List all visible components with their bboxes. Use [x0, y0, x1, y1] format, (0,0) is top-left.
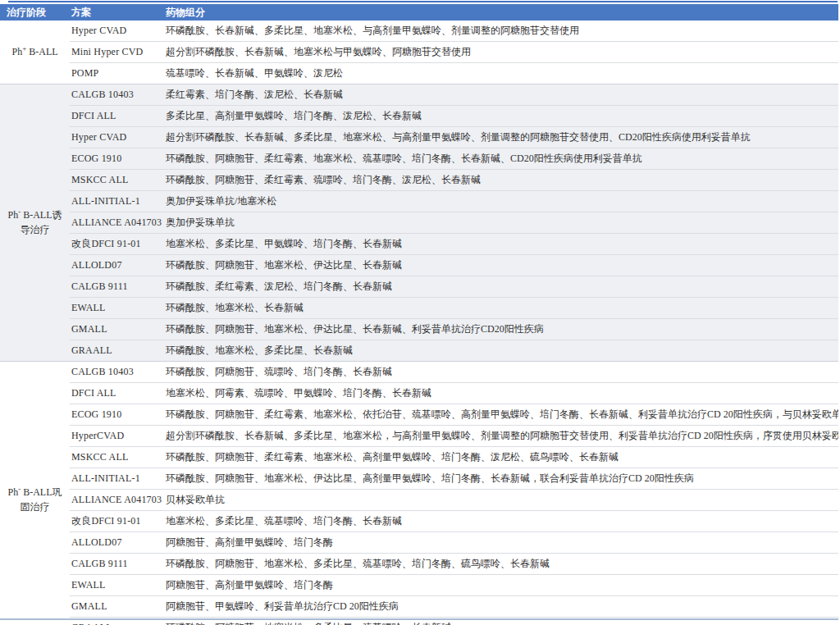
- drugs-cell: 阿糖胞苷、高剂量甲氨蝶呤、培门冬酶: [164, 532, 838, 554]
- regimen-cell: GMALL: [70, 319, 164, 340]
- table-row: Ph+ B-ALLHyper CVAD环磷酰胺、长春新碱、多柔比星、地塞米松、与…: [0, 21, 838, 42]
- col-header-regimen: 方案: [70, 4, 164, 21]
- regimen-cell: Mini Hyper CVD: [70, 42, 164, 63]
- table-row: EWALL阿糖胞苷、高剂量甲氨蝶呤、培门冬酶: [0, 575, 838, 596]
- drugs-cell: 贝林妥欧单抗: [164, 490, 838, 511]
- regimen-cell: ALL-INITIAL-1: [70, 468, 164, 490]
- header-row: 治疗阶段 方案 药物组分: [0, 4, 838, 21]
- drugs-cell: 环磷酰胺、地塞米松、多柔比星、长春新碱: [164, 340, 838, 362]
- regimen-cell: 改良DFCI 91-01: [70, 511, 164, 532]
- drugs-cell: 环磷酰胺、阿糖胞苷、巯嘌呤、培门冬酶、长春新碱: [164, 362, 838, 383]
- table-row: ECOG 1910环磷酰胺、阿糖胞苷、柔红霉素、地塞米松、依托泊苷、巯基嘌呤、高…: [0, 404, 838, 426]
- table-row: 改良DFCI 91-01地塞米松、多柔比星、巯基嘌呤、培门冬酶、长春新碱: [0, 511, 838, 532]
- table-row: Mini Hyper CVD超分割环磷酰胺、长春新碱、地塞米松与甲氨蝶呤、阿糖胞…: [0, 42, 838, 63]
- stage-group: Ph- B-ALL巩固治疗CALGB 10403环磷酰胺、阿糖胞苷、巯嘌呤、培门…: [0, 362, 838, 625]
- drugs-cell: 环磷酰胺、地塞米松、长春新碱: [164, 298, 838, 319]
- stage-cell: Ph+ B-ALL: [0, 21, 70, 84]
- table-row: POMP巯基嘌呤、长春新碱、甲氨蝶呤、泼尼松: [0, 63, 838, 84]
- document-page: 治疗阶段 方案 药物组分 Ph+ B-ALLHyper CVAD环磷酰胺、长春新…: [0, 0, 840, 625]
- regimen-cell: Hyper CVAD: [70, 127, 164, 148]
- table-row: DFCI ALL多柔比星、高剂量甲氨蝶呤、培门冬酶、泼尼松、长春新碱: [0, 106, 838, 127]
- drugs-cell: 阿糖胞苷、高剂量甲氨蝶呤、培门冬酶: [164, 575, 838, 596]
- table-row: CALGB 9111环磷酰胺、阿糖胞苷、地塞米松、多柔比星、巯基嘌呤、培门冬酶、…: [0, 554, 838, 575]
- regimen-cell: CALGB 10403: [70, 84, 164, 106]
- drugs-cell: 环磷酰胺、阿糖胞苷、地塞米松、伊达比星、高剂量甲氨蝶呤、培门冬酶、长春新碱，联合…: [164, 468, 838, 490]
- stage-group: Ph+ B-ALLHyper CVAD环磷酰胺、长春新碱、多柔比星、地塞米松、与…: [0, 21, 838, 84]
- table-row: GRAALL环磷酰胺、地塞米松、多柔比星、长春新碱: [0, 340, 838, 362]
- regimen-cell: ECOG 1910: [70, 404, 164, 426]
- table-row: 改良DFCI 91-01地塞米松、多柔比星、甲氨蝶呤、培门冬酶、长春新碱: [0, 234, 838, 255]
- regimen-cell: 改良DFCI 91-01: [70, 234, 164, 255]
- regimen-cell: ECOG 1910: [70, 148, 164, 170]
- drugs-cell: 环磷酰胺、阿糖胞苷、地塞米松、伊达比星、长春新碱: [164, 255, 838, 276]
- table-row: DFCI ALL地塞米松、阿霉素、巯嘌呤、甲氨蝶呤、培门冬酶、长春新碱: [0, 383, 838, 404]
- table-row: ALL-INITIAL-1环磷酰胺、阿糖胞苷、地塞米松、伊达比星、高剂量甲氨蝶呤…: [0, 468, 838, 490]
- drugs-cell: 环磷酰胺、阿糖胞苷、柔红霉素、地塞米松、巯基嘌呤、培门冬酶、长春新碱、CD20阳…: [164, 148, 838, 170]
- regimen-cell: EWALL: [70, 575, 164, 596]
- table-row: ALLOLD07环磷酰胺、阿糖胞苷、地塞米松、伊达比星、长春新碱: [0, 255, 838, 276]
- table-row: CALGB 9111环磷酰胺、柔红霉素、泼尼松、培门冬酶、长春新碱: [0, 276, 838, 298]
- drugs-cell: 地塞米松、阿霉素、巯嘌呤、甲氨蝶呤、培门冬酶、长春新碱: [164, 383, 838, 404]
- table-bottom-rule: [0, 618, 838, 620]
- table-row: HyperCVAD超分割环磷酰胺、长春新碱、多柔比星、地塞米松，与高剂量甲氨蝶呤…: [0, 426, 838, 447]
- drugs-cell: 奥加伊妥珠单抗: [164, 212, 838, 234]
- stage-cell: Ph- B-ALL诱导治疗: [0, 84, 70, 362]
- drugs-cell: 柔红霉素、培门冬酶、泼尼松、长春新碱: [164, 84, 838, 106]
- drugs-cell: 地塞米松、多柔比星、巯基嘌呤、培门冬酶、长春新碱: [164, 511, 838, 532]
- regimen-cell: DFCI ALL: [70, 383, 164, 404]
- table-top-rule: [8, 1, 838, 2]
- regimen-cell: POMP: [70, 63, 164, 84]
- regimen-cell: ALLOLD07: [70, 255, 164, 276]
- regimen-cell: EWALL: [70, 298, 164, 319]
- drugs-cell: 环磷酰胺、阿糖胞苷、柔红霉素、巯嘌呤、培门冬酶、泼尼松、长春新碱: [164, 170, 838, 191]
- col-header-drugs: 药物组分: [164, 4, 838, 21]
- regimen-cell: ALLIANCE A041703: [70, 212, 164, 234]
- drugs-cell: 环磷酰胺、阿糖胞苷、柔红霉素、地塞米松、高剂量甲氨蝶呤、培门冬酶、泼尼松、硫鸟嘌…: [164, 447, 838, 468]
- table-row: Ph- B-ALL巩固治疗CALGB 10403环磷酰胺、阿糖胞苷、巯嘌呤、培门…: [0, 362, 838, 383]
- table-row: ALL-INITIAL-1奥加伊妥珠单抗/地塞米松: [0, 191, 838, 212]
- regimen-cell: DFCI ALL: [70, 106, 164, 127]
- regimen-cell: ALL-INITIAL-1: [70, 191, 164, 212]
- table-row: ALLOLD07阿糖胞苷、高剂量甲氨蝶呤、培门冬酶: [0, 532, 838, 554]
- drugs-cell: 环磷酰胺、长春新碱、多柔比星、地塞米松、与高剂量甲氨蝶呤、剂量调整的阿糖胞苷交替…: [164, 21, 838, 42]
- stage-group: Ph- B-ALL诱导治疗CALGB 10403柔红霉素、培门冬酶、泼尼松、长春…: [0, 84, 838, 362]
- drugs-cell: 超分割环磷酰胺、长春新碱、多柔比星、地塞米松，与高剂量甲氨蝶呤、剂量调整的阿糖胞…: [164, 426, 838, 447]
- regimen-cell: ALLOLD07: [70, 532, 164, 554]
- regimen-cell: CALGB 10403: [70, 362, 164, 383]
- drugs-cell: 奥加伊妥珠单抗/地塞米松: [164, 191, 838, 212]
- table-row: ALLIANCE A041703贝林妥欧单抗: [0, 490, 838, 511]
- regimen-cell: MSKCC ALL: [70, 447, 164, 468]
- drugs-cell: 巯基嘌呤、长春新碱、甲氨蝶呤、泼尼松: [164, 63, 838, 84]
- table-row: Hyper CVAD超分割环磷酰胺、长春新碱、多柔比星、地塞米松、与高剂量甲氨蝶…: [0, 127, 838, 148]
- table-row: ECOG 1910环磷酰胺、阿糖胞苷、柔红霉素、地塞米松、巯基嘌呤、培门冬酶、长…: [0, 148, 838, 170]
- table-row: EWALL环磷酰胺、地塞米松、长春新碱: [0, 298, 838, 319]
- col-header-stage: 治疗阶段: [0, 4, 70, 21]
- regimen-cell: ALLIANCE A041703: [70, 490, 164, 511]
- regimen-cell: GRAALL: [70, 340, 164, 362]
- drugs-cell: 多柔比星、高剂量甲氨蝶呤、培门冬酶、泼尼松、长春新碱: [164, 106, 838, 127]
- table-row: MSKCC ALL环磷酰胺、阿糖胞苷、柔红霉素、地塞米松、高剂量甲氨蝶呤、培门冬…: [0, 447, 838, 468]
- treatment-regimen-table: 治疗阶段 方案 药物组分 Ph+ B-ALLHyper CVAD环磷酰胺、长春新…: [0, 4, 838, 625]
- drugs-cell: 超分割环磷酰胺、长春新碱、多柔比星、地塞米松、与高剂量甲氨蝶呤、剂量调整的阿糖胞…: [164, 127, 838, 148]
- drugs-cell: 环磷酰胺、阿糖胞苷、地塞米松、多柔比星、巯基嘌呤、培门冬酶、硫鸟嘌呤、长春新碱: [164, 554, 838, 575]
- regimen-cell: CALGB 9111: [70, 276, 164, 298]
- table-row: MSKCC ALL环磷酰胺、阿糖胞苷、柔红霉素、巯嘌呤、培门冬酶、泼尼松、长春新…: [0, 170, 838, 191]
- table-row: Ph- B-ALL诱导治疗CALGB 10403柔红霉素、培门冬酶、泼尼松、长春…: [0, 84, 838, 106]
- drugs-cell: 阿糖胞苷、甲氨蝶呤、利妥昔单抗治疗CD 20阳性疾病: [164, 596, 838, 618]
- regimen-cell: GMALL: [70, 596, 164, 618]
- table-row: ALLIANCE A041703奥加伊妥珠单抗: [0, 212, 838, 234]
- regimen-cell: Hyper CVAD: [70, 21, 164, 42]
- drugs-cell: 环磷酰胺、阿糖胞苷、柔红霉素、地塞米松、依托泊苷、巯基嘌呤、高剂量甲氨蝶呤、培门…: [164, 404, 838, 426]
- drugs-cell: 地塞米松、多柔比星、甲氨蝶呤、培门冬酶、长春新碱: [164, 234, 838, 255]
- table-header: 治疗阶段 方案 药物组分: [0, 4, 838, 21]
- drugs-cell: 环磷酰胺、阿糖胞苷、地塞米松、伊达比星、长春新碱、利妥昔单抗治疗CD20阳性疾病: [164, 319, 838, 340]
- drugs-cell: 超分割环磷酰胺、长春新碱、地塞米松与甲氨蝶呤、阿糖胞苷交替使用: [164, 42, 838, 63]
- table-row: GMALL环磷酰胺、阿糖胞苷、地塞米松、伊达比星、长春新碱、利妥昔单抗治疗CD2…: [0, 319, 838, 340]
- regimen-cell: CALGB 9111: [70, 554, 164, 575]
- table-row: GMALL阿糖胞苷、甲氨蝶呤、利妥昔单抗治疗CD 20阳性疾病: [0, 596, 838, 618]
- regimen-cell: MSKCC ALL: [70, 170, 164, 191]
- drugs-cell: 环磷酰胺、柔红霉素、泼尼松、培门冬酶、长春新碱: [164, 276, 838, 298]
- regimen-cell: HyperCVAD: [70, 426, 164, 447]
- stage-cell: Ph- B-ALL巩固治疗: [0, 362, 70, 625]
